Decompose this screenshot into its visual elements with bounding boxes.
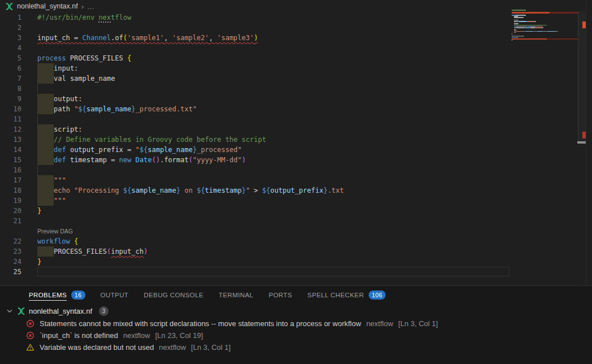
chevron-down-icon[interactable] [6, 307, 14, 315]
editor-pane[interactable]: nonlethal_syntax.nf › … 1#!/usr/bin/env … [0, 0, 592, 285]
editor-line[interactable]: 5process PROCESS_FILES { [0, 53, 512, 63]
line-content[interactable]: output: [37, 94, 83, 104]
line-content[interactable] [37, 114, 38, 124]
panel-tab-spell-checker[interactable]: SPELL CHECKER106 [308, 286, 386, 304]
breadcrumb-file[interactable]: nonlethal_syntax.nf [17, 2, 78, 10]
line-number[interactable]: 13 [0, 135, 21, 145]
code-token: { [127, 53, 131, 63]
line-content[interactable]: } [37, 257, 41, 267]
line-content[interactable]: } [37, 206, 41, 216]
breadcrumb[interactable]: nonlethal_syntax.nf › … [0, 0, 592, 12]
line-number[interactable]: 16 [0, 165, 21, 175]
panel-tab-terminal[interactable]: TERMINAL [219, 286, 253, 304]
line-content[interactable]: def output_prefix = "${sample_name}_proc… [37, 145, 241, 155]
panel-tab-debug-console[interactable]: DEBUG CONSOLE [144, 286, 204, 304]
scrollbar-slider[interactable] [578, 11, 586, 143]
editor-line[interactable]: 24} [0, 257, 512, 267]
editor-line[interactable]: 15def timestamp = new Date().format("yyy… [0, 155, 512, 165]
editor-line[interactable]: 16 [0, 165, 512, 175]
line-content[interactable]: def timestamp = new Date().format("yyyy-… [37, 155, 246, 165]
line-number[interactable]: 25 [0, 267, 21, 277]
line-number[interactable]: 17 [0, 175, 21, 185]
editor-line[interactable]: 21 [0, 216, 512, 226]
editor-line[interactable]: 23PROCESS_FILES(input_ch) [0, 246, 512, 257]
editor-line[interactable]: 2 [0, 23, 512, 33]
line-number[interactable]: 7 [0, 73, 21, 84]
editor-line[interactable]: 10path "${sample_name}_processed.txt" [0, 104, 512, 114]
editor-line[interactable]: 14def output_prefix = "${sample_name}_pr… [0, 145, 512, 155]
panel-tab-problems[interactable]: PROBLEMS16 [29, 286, 85, 304]
editor-line[interactable]: 19""" [0, 196, 512, 206]
line-content[interactable]: echo "Processing ${sample_name} on ${tim… [37, 185, 344, 196]
line-content[interactable]: path "${sample_name}_processed.txt" [37, 104, 197, 114]
editor-line[interactable]: 22workflow { [0, 236, 512, 246]
code-area[interactable]: 1#!/usr/bin/env nextflow23input_ch = Cha… [0, 12, 512, 277]
line-content[interactable] [37, 84, 38, 94]
codelens-preview-dag[interactable]: Preview DAG [0, 226, 512, 236]
panel-tab-ports[interactable]: PORTS [269, 286, 292, 304]
editor-line[interactable]: 1#!/usr/bin/env nextflow [0, 12, 512, 23]
problem-message: Variable was declared but not used [40, 343, 154, 352]
scrollbar-slider-edge[interactable] [577, 141, 586, 144]
indent-highlight [37, 185, 54, 196]
editor-line[interactable]: 25 [0, 267, 512, 277]
line-number[interactable]: 3 [0, 33, 21, 43]
line-content[interactable]: """ [37, 175, 66, 185]
editor-line[interactable]: 3input_ch = Channel.of('sample1', 'sampl… [0, 33, 512, 43]
line-content[interactable]: workflow { [37, 236, 78, 246]
editor-line[interactable]: 20} [0, 206, 512, 216]
line-number[interactable]: 22 [0, 236, 21, 246]
breadcrumb-more[interactable]: … [87, 2, 94, 11]
line-content[interactable]: process PROCESS_FILES { [37, 53, 131, 63]
problem-row[interactable]: Variable was declared but not usednextfl… [0, 341, 592, 353]
line-content[interactable]: input_ch = Channel.of('sample1', 'sample… [37, 33, 258, 43]
code-token: output_prefix = [66, 145, 136, 155]
line-content[interactable]: script: [37, 124, 83, 135]
line-number[interactable]: 4 [0, 43, 21, 53]
editor-line[interactable]: 6input: [0, 63, 512, 73]
line-number[interactable]: 12 [0, 124, 21, 135]
code-token: sample_name [148, 145, 192, 155]
line-number[interactable]: 10 [0, 104, 21, 114]
editor-line[interactable]: 12script: [0, 124, 512, 135]
line-content[interactable]: input: [37, 63, 78, 73]
line-number[interactable]: 19 [0, 196, 21, 206]
line-number[interactable]: 14 [0, 145, 21, 155]
line-number[interactable]: 1 [0, 12, 21, 23]
problem-source: nextflow [123, 331, 150, 340]
panel-tab-output[interactable]: OUTPUT [101, 286, 129, 304]
editor-line[interactable]: 9output: [0, 94, 512, 104]
line-number[interactable]: 21 [0, 216, 21, 226]
line-content[interactable]: PROCESS_FILES(input_ch) [37, 246, 148, 257]
line-number[interactable]: 20 [0, 206, 21, 216]
line-number[interactable]: 5 [0, 53, 21, 63]
line-number[interactable]: 6 [0, 63, 21, 73]
minimap[interactable] [512, 10, 578, 55]
problem-row[interactable]: Statements cannot be mixed with script d… [0, 318, 592, 330]
line-content[interactable]: // Define variables in Groovy code befor… [37, 135, 266, 145]
problems-file-row[interactable]: nonlethal_syntax.nf 3 [0, 304, 592, 318]
editor-line[interactable]: 13// Define variables in Groovy code bef… [0, 135, 512, 145]
line-number[interactable]: 18 [0, 185, 21, 196]
line-content[interactable] [37, 165, 38, 175]
scrollbar[interactable] [578, 0, 586, 285]
line-number[interactable]: 11 [0, 114, 21, 124]
problem-row[interactable]: `input_ch` is not definednextflow[Ln 23,… [0, 330, 592, 341]
editor-line[interactable]: 4 [0, 43, 512, 53]
line-number[interactable]: 15 [0, 155, 21, 165]
editor-line[interactable]: 7val sample_name [0, 73, 512, 84]
editor-line[interactable]: 17""" [0, 175, 512, 185]
line-number[interactable]: 8 [0, 84, 21, 94]
line-number[interactable]: 24 [0, 257, 21, 267]
editor-line[interactable]: 18echo "Processing ${sample_name} on ${t… [0, 185, 512, 196]
editor-line[interactable]: 11 [0, 114, 512, 124]
line-number[interactable]: 9 [0, 94, 21, 104]
line-content[interactable]: val sample_name [37, 73, 115, 84]
line-number[interactable]: 23 [0, 246, 21, 257]
code-token: ( [123, 33, 127, 43]
line-content[interactable]: #!/usr/bin/env nextflow [37, 12, 131, 23]
line-number[interactable]: 2 [0, 23, 21, 33]
editor-line[interactable]: 8 [0, 84, 512, 94]
line-content[interactable]: """ [37, 196, 66, 206]
code-token: } [241, 185, 245, 196]
